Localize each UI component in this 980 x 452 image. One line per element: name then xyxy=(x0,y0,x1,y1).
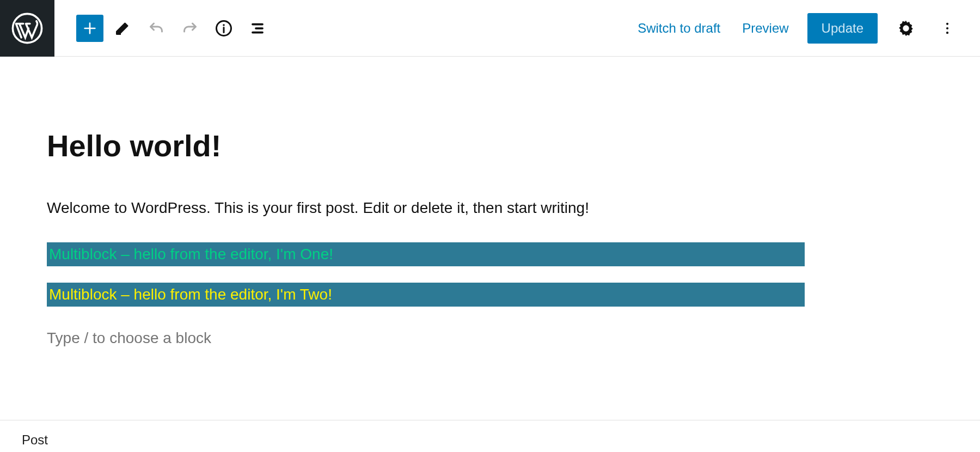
multiblock-one[interactable]: Multiblock – hello from the editor, I'm … xyxy=(47,242,805,266)
toolbar-left xyxy=(54,14,272,43)
post-title[interactable]: Hello world! xyxy=(47,127,806,164)
more-vertical-icon xyxy=(940,21,955,36)
list-view-button[interactable] xyxy=(243,14,272,43)
redo-button[interactable] xyxy=(175,14,205,43)
toolbar-right: Switch to draft Preview Update xyxy=(634,13,980,44)
undo-icon xyxy=(146,19,166,38)
undo-button[interactable] xyxy=(142,14,171,43)
pencil-icon xyxy=(113,19,132,38)
editor-topbar: Switch to draft Preview Update xyxy=(0,0,980,57)
post-paragraph[interactable]: Welcome to WordPress. This is your first… xyxy=(47,197,806,219)
settings-button[interactable] xyxy=(893,15,919,41)
switch-to-draft-button[interactable]: Switch to draft xyxy=(634,15,724,41)
multiblock-two[interactable]: Multiblock – hello from the editor, I'm … xyxy=(47,283,805,307)
breadcrumb-post[interactable]: Post xyxy=(22,432,48,447)
svg-point-2 xyxy=(223,24,225,26)
add-block-button[interactable] xyxy=(76,15,103,42)
info-button[interactable] xyxy=(209,14,238,43)
update-button[interactable]: Update xyxy=(807,13,878,44)
wordpress-logo[interactable] xyxy=(0,0,54,57)
info-icon xyxy=(214,19,234,38)
edit-mode-button[interactable] xyxy=(108,14,137,43)
block-appender-prompt[interactable]: Type / to choose a block xyxy=(47,329,806,347)
svg-point-3 xyxy=(904,26,909,30)
outline-icon xyxy=(248,19,267,38)
svg-point-5 xyxy=(946,27,948,29)
svg-point-4 xyxy=(946,22,948,25)
options-button[interactable] xyxy=(934,15,960,41)
gear-icon xyxy=(897,19,915,38)
svg-point-6 xyxy=(946,32,948,34)
editor-canvas[interactable]: Hello world! Welcome to WordPress. This … xyxy=(0,57,806,347)
wordpress-icon xyxy=(11,13,43,44)
editor-footer: Post xyxy=(0,420,980,452)
preview-button[interactable]: Preview xyxy=(739,15,792,41)
redo-icon xyxy=(180,19,200,38)
plus-icon xyxy=(81,20,99,37)
